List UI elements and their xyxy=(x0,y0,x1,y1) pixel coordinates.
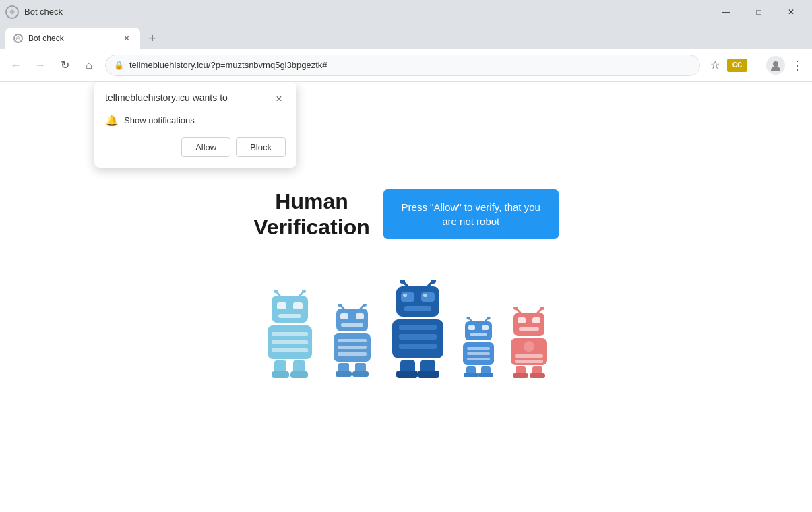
allow-button[interactable]: Allow xyxy=(181,137,230,157)
close-button[interactable]: ✕ xyxy=(776,0,807,24)
svg-rect-42 xyxy=(404,306,431,311)
verify-button[interactable]: Press "Allow" to verify, that you are no… xyxy=(383,189,559,239)
block-button[interactable]: Block xyxy=(236,137,286,157)
browser-globe-icon: ⊕ xyxy=(5,5,19,19)
svg-rect-58 xyxy=(470,333,487,336)
new-tab-button[interactable]: + xyxy=(143,29,162,48)
svg-rect-21 xyxy=(336,309,368,331)
svg-rect-78 xyxy=(515,360,543,363)
svg-rect-11 xyxy=(272,340,308,344)
toolbar: ← → ↻ ⌂ 🔒 tellmebluehistory.icu/?p=muzts… xyxy=(0,49,812,82)
title-bar: ⊕ Bot check — □ ✕ xyxy=(0,0,812,24)
svg-rect-56 xyxy=(468,325,475,330)
verification-title: Human Verification xyxy=(253,189,370,241)
svg-rect-65 xyxy=(464,373,478,377)
bookmark-star-button[interactable]: ☆ xyxy=(706,56,724,75)
popup-buttons: Allow Block xyxy=(105,137,286,157)
robot-1 xyxy=(259,290,320,378)
robot-2 xyxy=(327,304,377,378)
verification-line1: Human xyxy=(253,189,370,214)
svg-rect-49 xyxy=(396,371,418,378)
svg-rect-46 xyxy=(399,344,437,349)
lock-icon: 🔒 xyxy=(114,61,124,70)
tab-title-titlebar: Bot check xyxy=(24,7,63,17)
svg-rect-44 xyxy=(399,325,437,330)
bell-icon: 🔔 xyxy=(105,114,119,127)
svg-rect-55 xyxy=(465,321,492,340)
svg-rect-31 xyxy=(336,371,352,377)
svg-rect-72 xyxy=(518,317,526,323)
svg-rect-24 xyxy=(341,323,363,327)
svg-rect-77 xyxy=(515,354,543,358)
robot-4 xyxy=(458,317,499,378)
forward-button[interactable]: → xyxy=(30,55,51,76)
svg-rect-26 xyxy=(338,339,367,342)
svg-rect-5 xyxy=(272,296,308,323)
tab-favicon: ⊕ xyxy=(13,34,23,43)
svg-rect-74 xyxy=(519,327,539,331)
svg-rect-10 xyxy=(272,332,308,336)
robots-section xyxy=(259,280,553,378)
svg-rect-50 xyxy=(418,371,439,378)
svg-rect-82 xyxy=(530,373,545,378)
notification-label: Show notifications xyxy=(124,115,195,125)
active-tab[interactable]: ⊕ Bot check ✕ xyxy=(5,28,140,49)
tab-label: Bot check xyxy=(28,34,116,43)
window-controls: — □ ✕ xyxy=(711,0,807,24)
menu-button[interactable]: ⋮ xyxy=(788,56,807,75)
robot-5 xyxy=(505,307,553,378)
svg-rect-39 xyxy=(421,292,435,302)
tab-close-button[interactable]: ✕ xyxy=(121,33,132,44)
svg-point-0 xyxy=(773,61,778,67)
svg-rect-71 xyxy=(513,313,544,336)
svg-rect-16 xyxy=(290,371,308,378)
popup-site-text: tellmebluehistory.icu wants to xyxy=(105,92,228,103)
back-button[interactable]: ← xyxy=(5,55,27,76)
svg-rect-32 xyxy=(352,371,369,377)
svg-rect-7 xyxy=(293,302,303,309)
svg-rect-22 xyxy=(340,313,348,319)
verification-section: Human Verification Press "Allow" to veri… xyxy=(253,189,559,241)
popup-header: tellmebluehistory.icu wants to × xyxy=(105,92,286,106)
svg-rect-61 xyxy=(467,352,490,355)
maximize-button[interactable]: □ xyxy=(743,0,774,24)
svg-rect-15 xyxy=(272,371,289,378)
reload-button[interactable]: ↻ xyxy=(54,55,75,76)
svg-rect-60 xyxy=(467,347,490,350)
svg-rect-73 xyxy=(532,317,540,323)
svg-rect-28 xyxy=(338,352,367,356)
robot-3 xyxy=(384,280,451,378)
svg-rect-66 xyxy=(478,373,493,377)
tab-bar: ⊕ Bot check ✕ + xyxy=(0,24,812,49)
svg-rect-12 xyxy=(272,348,308,352)
svg-rect-40 xyxy=(403,294,407,297)
verification-line2: Verification xyxy=(253,214,370,240)
svg-rect-23 xyxy=(356,313,364,319)
svg-rect-41 xyxy=(423,294,427,297)
svg-rect-81 xyxy=(513,373,528,378)
popup-close-button[interactable]: × xyxy=(272,92,286,106)
svg-rect-8 xyxy=(278,314,301,318)
cc-button[interactable]: CC xyxy=(727,59,747,72)
notification-row: 🔔 Show notifications xyxy=(105,114,286,127)
minimize-button[interactable]: — xyxy=(711,0,742,24)
svg-rect-45 xyxy=(399,334,437,340)
svg-rect-27 xyxy=(338,346,367,349)
home-button[interactable]: ⌂ xyxy=(78,55,100,76)
address-text: tellmebluehistory.icu/?p=muztsnbvmq5gi3b… xyxy=(129,60,691,70)
svg-rect-57 xyxy=(482,325,489,330)
page-content: tellmebluehistory.icu wants to × 🔔 Show … xyxy=(0,82,812,512)
svg-rect-6 xyxy=(277,302,286,309)
svg-rect-38 xyxy=(401,292,414,302)
svg-rect-62 xyxy=(467,358,490,360)
address-bar[interactable]: 🔒 tellmebluehistory.icu/?p=muztsnbvmq5gi… xyxy=(105,55,700,76)
notification-popup: tellmebluehistory.icu wants to × 🔔 Show … xyxy=(94,82,296,168)
svg-point-76 xyxy=(524,341,534,352)
profile-button[interactable] xyxy=(766,56,785,75)
